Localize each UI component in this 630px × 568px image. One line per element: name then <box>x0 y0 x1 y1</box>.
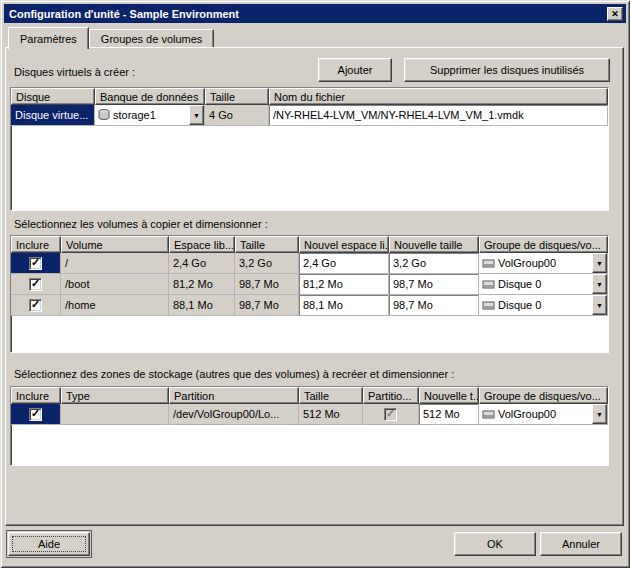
volume-cell: /home <box>61 295 169 316</box>
type-cell <box>61 404 169 425</box>
disk-group-combo-cell[interactable]: Disque 0 ▼ <box>479 274 608 295</box>
disk-icon <box>482 409 495 420</box>
include-cell: ✓ <box>11 295 61 316</box>
cancel-button[interactable]: Annuler <box>540 532 622 556</box>
size-cell: 98,7 Mo <box>235 295 299 316</box>
chevron-down-icon[interactable]: ▼ <box>592 274 607 294</box>
column-header-partitio[interactable]: Partitio... <box>363 387 419 404</box>
table-row: Disque virtue... storage1 ▼ 4 Go /NY-RHE… <box>11 105 608 126</box>
disk-group-combo-cell[interactable]: VolGroup00 ▼ <box>479 253 608 274</box>
disk-name-cell[interactable]: Disque virtue... <box>11 105 95 126</box>
table-header-row: Inclure Volume Espace lib... Taille Nouv… <box>11 236 608 253</box>
check-icon: ✓ <box>31 408 40 419</box>
include-checkbox[interactable]: ✓ <box>29 278 42 291</box>
column-header-nouvelle-taille[interactable]: Nouvelle taille <box>389 236 479 253</box>
column-header-taille[interactable]: Taille <box>205 88 269 105</box>
disk-group-combo-cell[interactable]: VolGroup00 ▼ <box>479 404 608 425</box>
column-header-nouvel-espace[interactable]: Nouvel espace li... <box>299 236 389 253</box>
virtual-disks-table: Disque Banque de données Taille Nom du f… <box>10 87 609 211</box>
disk-icon <box>482 279 495 290</box>
column-header-disque[interactable]: Disque <box>11 88 95 105</box>
table-header-row: Inclure Type Partition Taille Partitio..… <box>11 387 608 404</box>
include-checkbox[interactable]: ✓ <box>29 257 42 270</box>
include-checkbox[interactable]: ✓ <box>29 408 42 421</box>
table-row: ✓ /boot 81,2 Mo 98,7 Mo 81,2 Mo 98,7 Mo … <box>11 274 608 295</box>
storage-zones-label: Sélectionnez des zones de stockage (autr… <box>14 368 454 380</box>
volume-cell: / <box>61 253 169 274</box>
column-header-inclure[interactable]: Inclure <box>11 387 61 404</box>
partition-cell: /dev/VolGroup00/Lo... <box>169 404 299 425</box>
new-free-space-field[interactable]: 81,2 Mo <box>299 274 389 295</box>
tab-strip: Paramètres Groupes de volumes <box>8 27 214 49</box>
file-name-field[interactable]: /NY-RHEL4-LVM_VM/NY-RHEL4-LVM_VM_1.vmdk <box>269 105 608 126</box>
column-header-groupe[interactable]: Groupe de disques/vo... <box>479 387 608 404</box>
include-checkbox[interactable]: ✓ <box>29 299 42 312</box>
disk-size-cell: 4 Go <box>205 105 269 126</box>
new-size-field[interactable]: 98,7 Mo <box>389 295 479 316</box>
table-row: ✓ / 2,4 Go 3,2 Go 2,4 Go 3,2 Go VolGroup… <box>11 253 608 274</box>
chevron-down-icon[interactable]: ▼ <box>592 295 607 315</box>
free-space-cell: 81,2 Mo <box>169 274 235 295</box>
check-icon: ✓ <box>31 299 40 310</box>
free-space-cell: 88,1 Mo <box>169 295 235 316</box>
column-header-taille[interactable]: Taille <box>299 387 363 404</box>
include-cell: ✓ <box>11 404 61 425</box>
new-free-space-field[interactable]: 88,1 Mo <box>299 295 389 316</box>
disk-group-combo-cell[interactable]: Disque 0 ▼ <box>479 295 608 316</box>
column-header-nouvelle-taille[interactable]: Nouvelle t... <box>419 387 479 404</box>
datastore-icon <box>98 109 110 121</box>
title-bar: Configuration d'unité - Sample Environme… <box>4 4 626 23</box>
column-header-taille[interactable]: Taille <box>235 236 299 253</box>
new-size-field[interactable]: 3,2 Go <box>389 253 479 274</box>
chevron-down-icon[interactable]: ▼ <box>189 105 204 125</box>
volumes-table: Inclure Volume Espace lib... Taille Nouv… <box>10 235 609 353</box>
datastore-value: storage1 <box>113 109 156 121</box>
table-header-row: Disque Banque de données Taille Nom du f… <box>11 88 608 105</box>
column-header-nom[interactable]: Nom du fichier <box>269 88 608 105</box>
close-button[interactable]: ✕ <box>607 7 623 21</box>
disk-icon <box>482 300 495 311</box>
check-icon: ✓ <box>31 278 40 289</box>
disk-group-value: VolGroup00 <box>498 408 556 420</box>
disk-icon <box>482 258 495 269</box>
dialog-window: Configuration d'unité - Sample Environme… <box>0 0 630 568</box>
column-header-groupe[interactable]: Groupe de disques/vo... <box>479 236 608 253</box>
new-size-field[interactable]: 98,7 Mo <box>389 274 479 295</box>
column-header-banque[interactable]: Banque de données <box>95 88 205 105</box>
tab-groupes-de-volumes[interactable]: Groupes de volumes <box>89 29 215 47</box>
storage-zones-table: Inclure Type Partition Taille Partitio..… <box>10 386 609 466</box>
new-size-field[interactable]: 512 Mo <box>419 404 479 425</box>
chevron-down-icon[interactable]: ▼ <box>592 253 607 273</box>
column-header-partition[interactable]: Partition <box>169 387 299 404</box>
check-icon: ✓ <box>31 257 40 268</box>
column-header-volume[interactable]: Volume <box>61 236 169 253</box>
window-title: Configuration d'unité - Sample Environme… <box>9 8 239 20</box>
new-free-space-field[interactable]: 2,4 Go <box>299 253 389 274</box>
add-button[interactable]: Ajouter <box>318 58 392 82</box>
virtual-disks-label: Disques virtuels à créer : <box>14 66 135 78</box>
partition-checkbox-disabled: ✓ <box>384 408 397 421</box>
column-header-type[interactable]: Type <box>61 387 169 404</box>
help-button-ring: Aide <box>6 530 92 558</box>
datastore-combo-cell[interactable]: storage1 ▼ <box>95 105 205 126</box>
size-cell: 3,2 Go <box>235 253 299 274</box>
remove-unused-disks-button[interactable]: Supprimer les disques inutilisés <box>404 58 610 82</box>
volume-cell: /boot <box>61 274 169 295</box>
help-button[interactable]: Aide <box>8 532 90 556</box>
focus-rectangle <box>12 536 86 552</box>
disk-group-value: Disque 0 <box>498 278 541 290</box>
table-row: ✓ /home 88,1 Mo 98,7 Mo 88,1 Mo 98,7 Mo … <box>11 295 608 316</box>
table-row: ✓ /dev/VolGroup00/Lo... 512 Mo ✓ 512 Mo <box>11 404 608 425</box>
column-header-inclure[interactable]: Inclure <box>11 236 61 253</box>
ok-button[interactable]: OK <box>454 532 536 556</box>
tab-parametres[interactable]: Paramètres <box>8 27 89 49</box>
include-cell: ✓ <box>11 274 61 295</box>
volumes-label: Sélectionnez les volumes à copier et dim… <box>14 218 268 230</box>
chevron-down-icon[interactable]: ▼ <box>592 404 607 424</box>
check-icon: ✓ <box>386 408 395 419</box>
column-header-espace[interactable]: Espace lib... <box>169 236 235 253</box>
size-cell: 98,7 Mo <box>235 274 299 295</box>
close-icon: ✕ <box>611 9 619 19</box>
include-cell: ✓ <box>11 253 61 274</box>
disk-group-value: VolGroup00 <box>498 257 556 269</box>
